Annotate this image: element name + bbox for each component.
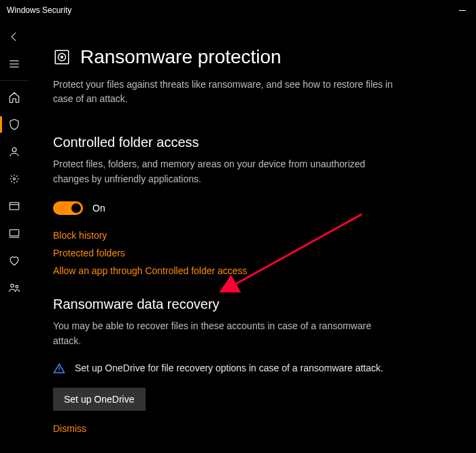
nav-rail bbox=[0, 20, 29, 453]
nav-app-browser[interactable] bbox=[0, 192, 29, 220]
page-title: Ransomware protection bbox=[80, 46, 282, 68]
link-block-history[interactable]: Block history bbox=[53, 230, 449, 241]
device-security-icon bbox=[8, 227, 20, 239]
family-icon bbox=[8, 282, 20, 294]
recovery-warning-text: Set up OneDrive for file recovery option… bbox=[75, 361, 384, 375]
cfa-heading: Controlled folder access bbox=[53, 135, 449, 150]
cfa-toggle-label: On bbox=[92, 203, 105, 214]
back-button[interactable] bbox=[0, 23, 29, 50]
setup-onedrive-button[interactable]: Set up OneDrive bbox=[53, 388, 146, 411]
home-icon bbox=[8, 91, 20, 103]
nav-virus-threat[interactable] bbox=[0, 111, 29, 138]
window-title: Windows Security bbox=[7, 5, 71, 15]
link-allow-app[interactable]: Allow an app through Controlled folder a… bbox=[53, 265, 449, 276]
page-subtitle: Protect your files against threats like … bbox=[53, 78, 400, 106]
svg-point-5 bbox=[16, 286, 18, 288]
svg-point-1 bbox=[14, 178, 16, 180]
svg-point-8 bbox=[61, 56, 63, 58]
minimize-button[interactable] bbox=[458, 6, 466, 14]
firewall-icon bbox=[8, 173, 20, 185]
heart-icon bbox=[8, 254, 20, 267]
main-content: Ransomware protection Protect your files… bbox=[29, 20, 476, 453]
dismiss-link[interactable]: Dismiss bbox=[53, 423, 449, 434]
person-icon bbox=[8, 146, 20, 158]
link-protected-folders[interactable]: Protected folders bbox=[53, 248, 449, 258]
svg-rect-3 bbox=[10, 230, 19, 236]
nav-home[interactable] bbox=[0, 84, 29, 111]
warning-icon bbox=[53, 363, 65, 375]
hamburger-icon bbox=[8, 58, 20, 70]
cfa-subtitle: Protect files, folders, and memory areas… bbox=[53, 157, 400, 186]
nav-account[interactable] bbox=[0, 138, 29, 165]
titlebar: Windows Security bbox=[0, 0, 476, 20]
nav-firewall[interactable] bbox=[0, 165, 29, 192]
nav-family[interactable] bbox=[0, 274, 29, 301]
app-browser-icon bbox=[8, 200, 20, 212]
recovery-subtitle: You may be able to recover files in thes… bbox=[53, 319, 400, 348]
nav-device-performance[interactable] bbox=[0, 247, 29, 274]
nav-device-security[interactable] bbox=[0, 220, 29, 247]
svg-point-9 bbox=[58, 371, 60, 372]
toggle-knob bbox=[71, 203, 81, 213]
cfa-toggle[interactable] bbox=[53, 201, 83, 215]
recovery-heading: Ransomware data recovery bbox=[53, 297, 449, 312]
back-arrow-icon bbox=[8, 31, 20, 43]
ransomware-icon bbox=[53, 48, 71, 66]
svg-point-4 bbox=[11, 284, 14, 288]
menu-button[interactable] bbox=[0, 50, 29, 78]
svg-point-0 bbox=[12, 148, 16, 152]
shield-icon bbox=[8, 118, 20, 131]
svg-rect-2 bbox=[10, 203, 19, 210]
window-controls bbox=[458, 6, 466, 14]
